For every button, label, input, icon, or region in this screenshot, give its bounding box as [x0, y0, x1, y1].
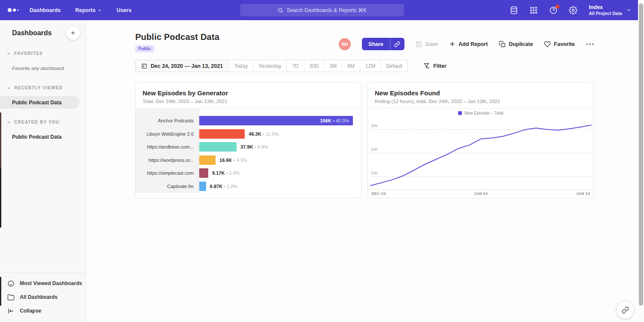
filter-button[interactable]: Filter: [423, 63, 447, 69]
settings-gear-icon[interactable]: [569, 6, 577, 15]
preset-default[interactable]: Default: [380, 60, 407, 72]
mixpanel-logo[interactable]: [8, 8, 18, 12]
scrollbar-thumb[interactable]: [639, 3, 643, 306]
save-icon: [416, 41, 422, 48]
bar-category-label: Captivate.fm: [136, 184, 199, 189]
bar-category-label: Anchor Podcasts: [136, 118, 199, 123]
filter-funnel-icon: [423, 63, 430, 69]
project-subtitle: All Project Data: [589, 11, 622, 16]
sidebar-item-dashboard[interactable]: Public Podcast Data: [0, 96, 79, 109]
x-axis-tick-label: DEC 24: [371, 191, 386, 196]
chevron-down-icon: [6, 52, 11, 56]
action-bar: RH Share Save Add Report Dupl: [339, 38, 594, 50]
bar-row[interactable]: https://podbean.com...37.9K • 9.8%: [136, 140, 361, 154]
new-dashboard-button[interactable]: +: [66, 26, 80, 40]
folder-icon: [7, 294, 15, 301]
share-link-icon[interactable]: [390, 38, 404, 50]
legend-swatch: [458, 111, 462, 115]
search-placeholder: Search Dashboards & Reports ⌘K: [287, 7, 367, 13]
bar-chart-title: New Episodes by Generator: [143, 89, 354, 97]
sidebar-section-header[interactable]: CREATED BY YOU: [0, 120, 86, 125]
date-range-control: Dec 24, 2020 — Jan 13, 2021 TodayYesterd…: [135, 60, 408, 72]
bar-segment[interactable]: [199, 155, 216, 165]
save-button[interactable]: Save: [416, 41, 438, 48]
search-icon: [277, 7, 283, 13]
sidebar-footer: Most Viewed DashboardsAll DashboardsColl…: [0, 273, 86, 322]
bar-chart-card[interactable]: New Episodes by Generator Total, Dec 24t…: [135, 82, 361, 198]
bar-row[interactable]: https://simplecast.com9.17K • 2.4%: [136, 167, 361, 180]
legend-item[interactable]: New Episode – Total: [458, 111, 504, 115]
topnav-right-cluster: Index All Project Data: [510, 4, 644, 16]
preset-3m[interactable]: 3M: [324, 60, 342, 72]
bar-row[interactable]: https://wordpress.or...16.6K • 4.3%: [136, 154, 361, 167]
preset-12m[interactable]: 12M: [360, 60, 380, 72]
bar-segment[interactable]: [199, 168, 208, 178]
sidebar-footer-collapse[interactable]: Collapse: [0, 304, 86, 318]
nav-item-reports[interactable]: Reports: [75, 7, 102, 13]
sidebar-item-dashboard[interactable]: Public Podcast Data: [0, 131, 86, 143]
bar-segment[interactable]: [199, 142, 237, 152]
line-chart-subtitle: Rolling (12 hours), total, Dec 24th, 202…: [375, 99, 586, 104]
project-selector[interactable]: Index All Project Data: [589, 4, 631, 16]
sidebar-section-header[interactable]: RECENTLY VIEWED: [0, 85, 86, 90]
notification-badge: [556, 5, 559, 9]
bar-chart-plot: Anchor Podcasts156K • 40.3%Libsyn WebEng…: [136, 109, 361, 198]
preset-7d[interactable]: 7D: [286, 60, 304, 72]
bar-value-label: 46.3K • 11.9%: [249, 131, 279, 137]
calendar-icon: [141, 63, 147, 69]
page-title: Public Podcast Data: [135, 32, 219, 42]
bar-category-label: https://wordpress.or...: [136, 158, 199, 163]
sidebar-footer-all-dashboards[interactable]: All Dashboards: [0, 290, 86, 304]
bar-segment[interactable]: 156K • 40.3%: [199, 116, 353, 125]
sidebar-footer-most-viewed-dashboards[interactable]: Most Viewed Dashboards: [0, 276, 86, 290]
background-window-sliver: [0, 112, 1, 167]
bar-row[interactable]: Libsyn WebEngine 2.046.3K • 11.9%: [136, 128, 361, 141]
data-management-icon[interactable]: [510, 6, 518, 15]
sidebar-section: FAVORITESFavorite any dashboard: [0, 51, 86, 74]
apps-grid-icon[interactable]: [529, 6, 538, 15]
bar-segment[interactable]: [199, 182, 206, 191]
preset-today[interactable]: Today: [228, 60, 253, 72]
sidebar-section: RECENTLY VIEWEDPublic Podcast Data: [0, 85, 86, 109]
favorite-button[interactable]: Favorite: [544, 41, 575, 48]
preset-30d[interactable]: 30D: [304, 60, 324, 72]
share-button-label[interactable]: Share: [362, 38, 390, 50]
bar-chart-subtitle: Total, Dec 24th, 2020 – Jan 13th, 2021: [143, 99, 354, 104]
preset-6m[interactable]: 6M: [342, 60, 360, 72]
preset-yesterday[interactable]: Yesterday: [253, 60, 286, 72]
avatar[interactable]: RH: [339, 38, 351, 50]
duplicate-button[interactable]: Duplicate: [499, 41, 533, 48]
x-axis-tick-label: JAN 03: [474, 191, 488, 196]
line-series[interactable]: [370, 118, 592, 189]
date-range-button[interactable]: Dec 24, 2020 — Jan 13, 2021: [136, 60, 228, 72]
share-button[interactable]: Share: [362, 38, 404, 50]
copy-link-floating-button[interactable]: [617, 301, 634, 319]
main-content: Public Podcast Data Public RH Share Save: [86, 20, 644, 322]
page-scrollbar[interactable]: [638, 0, 644, 322]
chevron-down-icon: [97, 8, 102, 12]
background-window-sliver: [0, 167, 1, 228]
bar-value-label: 156K • 40.3%: [320, 118, 349, 123]
sidebar-section-header[interactable]: FAVORITES: [0, 51, 86, 56]
bar-category-label: Libsyn WebEngine 2.0: [136, 131, 199, 137]
sidebar-placeholder-text: Favorite any dashboard: [0, 62, 86, 74]
line-chart-card[interactable]: New Episodes Found Rolling (12 hours), t…: [368, 82, 594, 198]
top-navigation-bar: DashboardsReportsUsers Search Dashboards…: [0, 0, 644, 20]
more-options-icon[interactable]: [586, 43, 594, 45]
chart-legend: New Episode – Total: [368, 109, 593, 118]
bar-category-label: https://simplecast.com: [136, 170, 199, 176]
bar-segment[interactable]: [199, 129, 245, 139]
sidebar-title: Dashboards: [12, 29, 52, 37]
bar-value-label: 9.17K • 2.4%: [212, 170, 240, 176]
public-badge[interactable]: Public: [135, 45, 154, 52]
controls-row: Dec 24, 2020 — Jan 13, 2021 TodayYesterd…: [135, 60, 594, 72]
help-icon[interactable]: [549, 6, 558, 15]
bar-row[interactable]: Captivate.fm6.87K • 1.8%: [136, 180, 361, 193]
add-report-button[interactable]: Add Report: [449, 41, 488, 47]
sidebar-section: CREATED BY YOUPublic Podcast Data: [0, 120, 86, 143]
chevron-down-icon: [6, 86, 11, 90]
nav-item-dashboards[interactable]: Dashboards: [30, 7, 61, 13]
bar-row[interactable]: Anchor Podcasts156K • 40.3%: [136, 114, 361, 128]
nav-item-users[interactable]: Users: [116, 7, 131, 13]
search-input[interactable]: Search Dashboards & Reports ⌘K: [240, 4, 404, 16]
